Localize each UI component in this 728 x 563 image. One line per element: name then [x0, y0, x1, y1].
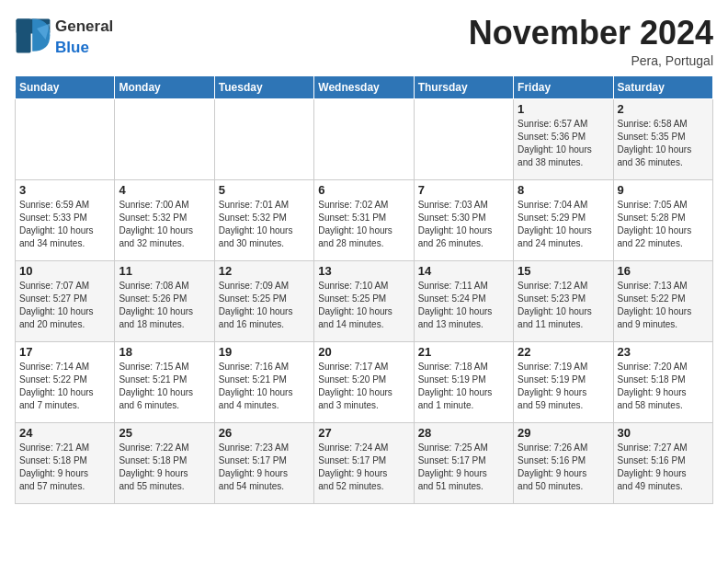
calendar-cell: 18Sunrise: 7:15 AM Sunset: 5:21 PM Dayli… — [115, 341, 214, 422]
day-info: Sunrise: 7:08 AM Sunset: 5:26 PM Dayligh… — [119, 280, 210, 331]
calendar-cell: 13Sunrise: 7:10 AM Sunset: 5:25 PM Dayli… — [314, 260, 414, 341]
day-number: 25 — [119, 426, 210, 440]
calendar-cell: 2Sunrise: 6:58 AM Sunset: 5:35 PM Daylig… — [613, 98, 712, 179]
day-number: 22 — [518, 345, 609, 359]
calendar-cell: 9Sunrise: 7:05 AM Sunset: 5:28 PM Daylig… — [613, 179, 712, 260]
calendar-cell: 5Sunrise: 7:01 AM Sunset: 5:32 PM Daylig… — [214, 179, 313, 260]
calendar-cell: 20Sunrise: 7:17 AM Sunset: 5:20 PM Dayli… — [314, 341, 414, 422]
day-number: 20 — [318, 345, 409, 359]
day-number: 12 — [219, 264, 310, 278]
calendar-cell: 6Sunrise: 7:02 AM Sunset: 5:31 PM Daylig… — [314, 179, 414, 260]
day-info: Sunrise: 7:21 AM Sunset: 5:18 PM Dayligh… — [19, 442, 110, 493]
weekday-header-sunday: Sunday — [16, 75, 115, 98]
title-block: November 2024 Pera, Portugal — [469, 15, 713, 68]
day-info: Sunrise: 7:05 AM Sunset: 5:28 PM Dayligh… — [618, 199, 709, 250]
day-info: Sunrise: 7:01 AM Sunset: 5:32 PM Dayligh… — [219, 199, 310, 250]
day-number: 11 — [119, 264, 210, 278]
calendar-cell: 23Sunrise: 7:20 AM Sunset: 5:18 PM Dayli… — [613, 341, 712, 422]
calendar-cell: 8Sunrise: 7:04 AM Sunset: 5:29 PM Daylig… — [514, 179, 613, 260]
calendar-table: SundayMondayTuesdayWednesdayThursdayFrid… — [15, 75, 713, 504]
day-info: Sunrise: 7:16 AM Sunset: 5:21 PM Dayligh… — [219, 361, 310, 412]
calendar-cell: 4Sunrise: 7:00 AM Sunset: 5:32 PM Daylig… — [115, 179, 214, 260]
logo: General Blue — [15, 15, 113, 57]
day-info: Sunrise: 7:26 AM Sunset: 5:16 PM Dayligh… — [518, 442, 609, 493]
calendar-cell: 11Sunrise: 7:08 AM Sunset: 5:26 PM Dayli… — [115, 260, 214, 341]
day-info: Sunrise: 7:03 AM Sunset: 5:30 PM Dayligh… — [418, 199, 509, 250]
month-title: November 2024 — [469, 15, 713, 52]
calendar-cell — [314, 98, 414, 179]
calendar-cell: 12Sunrise: 7:09 AM Sunset: 5:25 PM Dayli… — [214, 260, 313, 341]
day-info: Sunrise: 7:10 AM Sunset: 5:25 PM Dayligh… — [318, 280, 409, 331]
calendar-cell: 16Sunrise: 7:13 AM Sunset: 5:22 PM Dayli… — [613, 260, 712, 341]
day-info: Sunrise: 7:23 AM Sunset: 5:17 PM Dayligh… — [219, 442, 310, 493]
calendar-cell: 7Sunrise: 7:03 AM Sunset: 5:30 PM Daylig… — [414, 179, 513, 260]
day-info: Sunrise: 7:13 AM Sunset: 5:22 PM Dayligh… — [618, 280, 709, 331]
day-number: 9 — [618, 183, 709, 197]
day-info: Sunrise: 7:19 AM Sunset: 5:19 PM Dayligh… — [518, 361, 609, 412]
day-info: Sunrise: 7:22 AM Sunset: 5:18 PM Dayligh… — [119, 442, 210, 493]
day-number: 28 — [418, 426, 509, 440]
calendar-cell: 17Sunrise: 7:14 AM Sunset: 5:22 PM Dayli… — [16, 341, 115, 422]
day-number: 15 — [518, 264, 609, 278]
day-number: 29 — [518, 426, 609, 440]
day-number: 13 — [318, 264, 409, 278]
page-header: General Blue November 2024 Pera, Portuga… — [15, 15, 713, 68]
calendar-cell: 15Sunrise: 7:12 AM Sunset: 5:23 PM Dayli… — [514, 260, 613, 341]
calendar-cell — [115, 98, 214, 179]
day-number: 14 — [418, 264, 509, 278]
day-number: 26 — [219, 426, 310, 440]
calendar-cell — [414, 98, 513, 179]
day-info: Sunrise: 7:27 AM Sunset: 5:16 PM Dayligh… — [618, 442, 709, 493]
day-info: Sunrise: 7:17 AM Sunset: 5:20 PM Dayligh… — [318, 361, 409, 412]
calendar-cell: 14Sunrise: 7:11 AM Sunset: 5:24 PM Dayli… — [414, 260, 513, 341]
day-number: 3 — [19, 183, 110, 197]
calendar-cell: 10Sunrise: 7:07 AM Sunset: 5:27 PM Dayli… — [16, 260, 115, 341]
day-number: 2 — [618, 102, 709, 116]
day-number: 21 — [418, 345, 509, 359]
calendar-cell: 19Sunrise: 7:16 AM Sunset: 5:21 PM Dayli… — [214, 341, 313, 422]
day-number: 10 — [19, 264, 110, 278]
day-info: Sunrise: 7:00 AM Sunset: 5:32 PM Dayligh… — [119, 199, 210, 250]
day-info: Sunrise: 6:58 AM Sunset: 5:35 PM Dayligh… — [618, 118, 709, 169]
day-info: Sunrise: 7:12 AM Sunset: 5:23 PM Dayligh… — [518, 280, 609, 331]
calendar-week-row: 10Sunrise: 7:07 AM Sunset: 5:27 PM Dayli… — [16, 260, 713, 341]
logo-general-text: General — [55, 17, 113, 35]
day-info: Sunrise: 7:02 AM Sunset: 5:31 PM Dayligh… — [318, 199, 409, 250]
day-info: Sunrise: 7:18 AM Sunset: 5:19 PM Dayligh… — [418, 361, 509, 412]
calendar-cell — [16, 98, 115, 179]
weekday-header-wednesday: Wednesday — [314, 75, 414, 98]
logo-blue-text: Blue — [55, 39, 89, 56]
calendar-cell — [214, 98, 313, 179]
day-number: 19 — [219, 345, 310, 359]
calendar-week-row: 1Sunrise: 6:57 AM Sunset: 5:36 PM Daylig… — [16, 98, 713, 179]
day-info: Sunrise: 7:04 AM Sunset: 5:29 PM Dayligh… — [518, 199, 609, 250]
calendar-cell: 22Sunrise: 7:19 AM Sunset: 5:19 PM Dayli… — [514, 341, 613, 422]
day-info: Sunrise: 6:57 AM Sunset: 5:36 PM Dayligh… — [518, 118, 609, 169]
calendar-header-row: SundayMondayTuesdayWednesdayThursdayFrid… — [16, 75, 713, 98]
day-number: 8 — [518, 183, 609, 197]
weekday-header-thursday: Thursday — [414, 75, 513, 98]
calendar-cell: 24Sunrise: 7:21 AM Sunset: 5:18 PM Dayli… — [16, 422, 115, 503]
calendar-cell: 26Sunrise: 7:23 AM Sunset: 5:17 PM Dayli… — [214, 422, 313, 503]
location: Pera, Portugal — [469, 53, 713, 68]
day-info: Sunrise: 7:15 AM Sunset: 5:21 PM Dayligh… — [119, 361, 210, 412]
calendar-cell: 1Sunrise: 6:57 AM Sunset: 5:36 PM Daylig… — [514, 98, 613, 179]
calendar-cell: 3Sunrise: 6:59 AM Sunset: 5:33 PM Daylig… — [16, 179, 115, 260]
day-info: Sunrise: 7:07 AM Sunset: 5:27 PM Dayligh… — [19, 280, 110, 331]
calendar-week-row: 24Sunrise: 7:21 AM Sunset: 5:18 PM Dayli… — [16, 422, 713, 503]
calendar-cell: 30Sunrise: 7:27 AM Sunset: 5:16 PM Dayli… — [613, 422, 712, 503]
calendar-cell: 25Sunrise: 7:22 AM Sunset: 5:18 PM Dayli… — [115, 422, 214, 503]
day-info: Sunrise: 6:59 AM Sunset: 5:33 PM Dayligh… — [19, 199, 110, 250]
day-number: 27 — [318, 426, 409, 440]
calendar-cell: 28Sunrise: 7:25 AM Sunset: 5:17 PM Dayli… — [414, 422, 513, 503]
day-number: 24 — [19, 426, 110, 440]
calendar-week-row: 3Sunrise: 6:59 AM Sunset: 5:33 PM Daylig… — [16, 179, 713, 260]
day-info: Sunrise: 7:24 AM Sunset: 5:17 PM Dayligh… — [318, 442, 409, 493]
day-info: Sunrise: 7:14 AM Sunset: 5:22 PM Dayligh… — [19, 361, 110, 412]
day-number: 7 — [418, 183, 509, 197]
day-number: 4 — [119, 183, 210, 197]
day-number: 30 — [618, 426, 709, 440]
day-number: 1 — [518, 102, 609, 116]
day-info: Sunrise: 7:25 AM Sunset: 5:17 PM Dayligh… — [418, 442, 509, 493]
day-number: 18 — [119, 345, 210, 359]
